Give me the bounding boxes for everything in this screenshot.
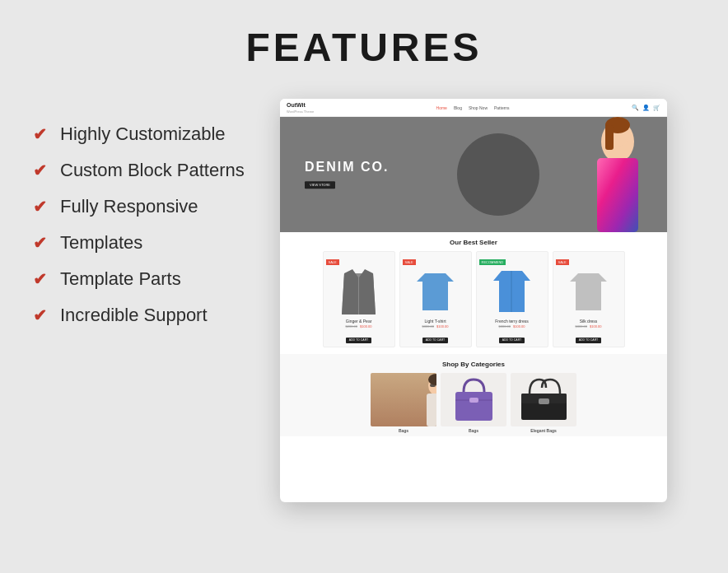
feature-item-highly-customizable: ✔ Highly Customizable — [33, 123, 255, 145]
feature-label-incredible-support: Incredible Support — [60, 305, 208, 326]
feature-label-fully-responsive: Fully Responsive — [60, 196, 198, 217]
product-img-4 — [553, 267, 624, 316]
mockup-nav-links: Home Blog Shop Now Patterns — [436, 105, 510, 110]
add-to-cart-btn-1[interactable]: ADD TO CART — [346, 338, 372, 343]
mockup-nav-icons: 🔍 👤 🛒 — [632, 105, 660, 111]
page-container: FEATURES ✔ Highly Customizable ✔ Custom … — [0, 0, 728, 573]
mockup-hero: DENIM CO. VIEW STORE — [280, 117, 667, 232]
product-card-3: RECOMMEND French terry dress $300.00 — [476, 251, 548, 347]
category-label-3: Elegant Bags — [511, 428, 576, 433]
feature-item-incredible-support: ✔ Incredible Support — [33, 305, 255, 326]
feature-label-highly-customizable: Highly Customizable — [60, 123, 226, 145]
checkmark-icon: ✔ — [33, 197, 47, 217]
product-badge-3: RECOMMEND — [479, 259, 506, 265]
svg-rect-24 — [539, 398, 549, 404]
category-label-2: Bags — [441, 428, 506, 433]
svg-marker-11 — [570, 273, 607, 310]
checkmark-icon: ✔ — [33, 305, 47, 325]
product-img-3 — [477, 267, 548, 316]
product-name-4: Silk dress — [556, 319, 622, 324]
checkmark-icon: ✔ — [33, 233, 47, 253]
category-img-3 — [511, 373, 576, 426]
product-name-3: French terry dress — [479, 319, 545, 324]
feature-label-templates: Templates — [60, 232, 142, 254]
product-price-new-3: $100.00 — [513, 324, 525, 328]
mockup-categories-section: Shop By Categories — [280, 354, 667, 436]
product-card-4: SALE Silk dress $300.00 $100.00 — [553, 251, 625, 347]
product-info-1: Ginger & Pear $200.00 $100.00 ADD TO CAR… — [324, 316, 394, 347]
category-img-1 — [371, 373, 436, 426]
product-price-new-4: $100.00 — [590, 324, 601, 328]
product-badge-2: SALE — [403, 259, 416, 265]
cart-icon: 🛒 — [653, 105, 660, 111]
svg-rect-18 — [455, 392, 492, 421]
svg-marker-6 — [342, 269, 358, 314]
add-to-cart-btn-3[interactable]: ADD TO CART — [499, 338, 525, 343]
product-card-1: SALE Ginger & Pear $200.00 — [323, 251, 395, 347]
category-card-2: Bags — [441, 373, 506, 433]
svg-marker-8 — [417, 273, 454, 310]
product-card-2: SALE Light T-shirt $300.00 $100.00 — [399, 251, 472, 347]
category-img-2 — [441, 373, 506, 426]
categories-title: Shop By Categories — [287, 361, 660, 368]
category-card-1: Bags — [371, 373, 436, 433]
product-price-new-1: $100.00 — [360, 324, 371, 328]
svg-rect-13 — [427, 394, 436, 426]
nav-link-home: Home — [436, 105, 447, 110]
product-info-3: French terry dress $300.00 $100.00 ADD T… — [477, 316, 548, 347]
hero-model-svg — [535, 117, 667, 232]
add-to-cart-btn-4[interactable]: ADD TO CART — [576, 338, 602, 343]
svg-rect-4 — [605, 125, 614, 150]
hero-text: DENIM CO. VIEW STORE — [305, 160, 389, 189]
product-info-2: Light T-shirt $300.00 $100.00 ADD TO CAR… — [400, 316, 471, 347]
feature-label-custom-block-patterns: Custom Block Patterns — [60, 160, 245, 181]
search-icon: 🔍 — [632, 105, 639, 111]
features-list: ✔ Highly Customizable ✔ Custom Block Pat… — [33, 99, 255, 326]
category-label-1: Bags — [371, 428, 436, 433]
product-img-2 — [400, 267, 471, 316]
hero-title: DENIM CO. — [305, 160, 389, 175]
add-to-cart-btn-2[interactable]: ADD TO CART — [422, 338, 449, 343]
product-price-old-3: $300.00 — [499, 324, 511, 328]
mockup-nav: OutWit WordPress Theme Home Blog Shop No… — [280, 99, 667, 117]
product-name-1: Ginger & Pear — [326, 319, 392, 324]
feature-label-template-parts: Template Parts — [60, 268, 181, 290]
products-row: SALE Ginger & Pear $200.00 — [287, 251, 660, 347]
hero-circle — [457, 133, 539, 216]
product-price-old-2: $300.00 — [422, 324, 434, 328]
nav-link-patterns: Patterns — [494, 105, 510, 110]
feature-item-template-parts: ✔ Template Parts — [33, 268, 255, 290]
product-info-4: Silk dress $300.00 $100.00 ADD TO CART — [553, 316, 624, 347]
hero-cta-button[interactable]: VIEW STORE — [305, 181, 335, 189]
nav-link-shopnow: Shop Now — [469, 105, 488, 110]
nav-link-blog: Blog — [454, 105, 462, 110]
product-price-new-2: $100.00 — [436, 324, 448, 328]
product-img-1 — [324, 267, 394, 316]
product-name-2: Light T-shirt — [403, 319, 469, 324]
checkmark-icon: ✔ — [33, 269, 47, 289]
bestseller-title: Our Best Seller — [287, 239, 660, 246]
category-card-3: Elegant Bags — [511, 373, 576, 433]
svg-marker-7 — [359, 269, 376, 314]
user-icon: 👤 — [642, 105, 650, 111]
svg-rect-1 — [597, 158, 638, 232]
product-price-old-4: $300.00 — [576, 324, 587, 328]
checkmark-icon: ✔ — [33, 124, 47, 144]
product-badge-1: SALE — [326, 259, 339, 265]
page-title: FEATURES — [245, 25, 482, 70]
svg-rect-20 — [469, 398, 478, 403]
mockup-bestseller-section: Our Best Seller SALE G — [280, 232, 667, 354]
categories-row: Bags — [287, 373, 660, 433]
mockup-screenshot: OutWit WordPress Theme Home Blog Shop No… — [280, 99, 667, 502]
feature-item-fully-responsive: ✔ Fully Responsive — [33, 196, 255, 217]
content-row: ✔ Highly Customizable ✔ Custom Block Pat… — [33, 99, 695, 502]
product-badge-4: SALE — [556, 259, 569, 265]
checkmark-icon: ✔ — [33, 161, 47, 180]
feature-item-custom-block-patterns: ✔ Custom Block Patterns — [33, 160, 255, 181]
product-price-old-1: $200.00 — [346, 324, 357, 328]
feature-item-templates: ✔ Templates — [33, 232, 255, 254]
mockup-logo: OutWit WordPress Theme — [287, 102, 314, 114]
